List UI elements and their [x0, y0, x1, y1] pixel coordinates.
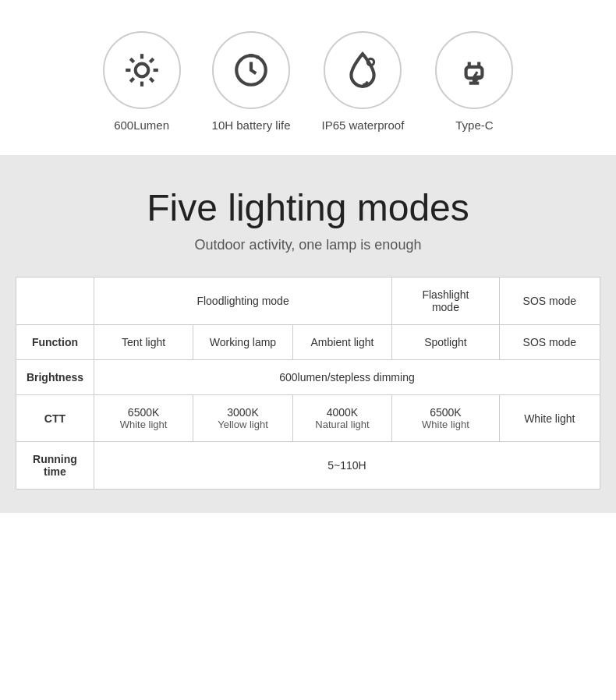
- svg-line-7: [130, 78, 133, 81]
- sos-mode-cell: SOS mode: [499, 325, 600, 360]
- ctt-white-light: White light: [499, 395, 600, 442]
- brightness-value: 600lumen/stepless dimming: [94, 360, 600, 395]
- modes-title: Five lighting modes: [16, 186, 600, 229]
- typec-item: Type-C: [435, 31, 513, 132]
- ctt-4000k-main: 4000K: [299, 406, 385, 419]
- ctt-label: CTT: [16, 395, 94, 442]
- ctt-4000k-sub: Natural light: [299, 419, 385, 430]
- waterproof-circle: [324, 31, 402, 109]
- ctt-3000k-main: 3000K: [200, 406, 285, 419]
- lumen-item: 600Lumen: [103, 31, 181, 132]
- header-sos: SOS mode: [499, 278, 600, 325]
- svg-line-5: [130, 58, 133, 62]
- ctt-3000k-sub: Yellow light: [200, 419, 285, 430]
- ctt-6500k-spotlight: 6500K White light: [392, 395, 499, 442]
- header-flashlight: Flashlightmode: [392, 278, 499, 325]
- spotlight-cell: Spotlight: [392, 325, 499, 360]
- function-row: Function Tent light Working lamp Ambient…: [16, 325, 600, 360]
- svg-line-8: [150, 58, 153, 62]
- ctt-6500k-white-main: 6500K: [101, 406, 186, 419]
- icons-section: 600Lumen 10H battery life IP65 waterproo…: [0, 0, 616, 155]
- brightness-row: Brightness 600lumen/stepless dimming: [16, 360, 600, 395]
- spec-table: Floodlighting mode Flashlightmode SOS mo…: [16, 277, 600, 490]
- battery-item: 10H battery life: [212, 31, 291, 132]
- ctt-white-main: White light: [506, 412, 593, 425]
- table-header-row: Floodlighting mode Flashlightmode SOS mo…: [16, 278, 600, 325]
- typec-label: Type-C: [455, 118, 493, 132]
- ctt-6500k-white: 6500K White light: [94, 395, 193, 442]
- brightness-label: Brightness: [16, 360, 94, 395]
- working-lamp-cell: Working lamp: [193, 325, 292, 360]
- lumen-circle: [103, 31, 181, 109]
- ctt-6500k-white-sub: White light: [101, 419, 186, 430]
- sun-icon: [122, 51, 161, 90]
- ctt-row: CTT 6500K White light 3000K Yellow light…: [16, 395, 600, 442]
- header-floodlighting: Floodlighting mode: [94, 278, 391, 325]
- modes-subtitle: Outdoor activity, one lamp is enough: [16, 237, 600, 253]
- header-empty: [16, 278, 94, 325]
- waterproof-item: IP65 waterproof: [321, 31, 404, 132]
- svg-line-6: [150, 78, 153, 81]
- plug-icon: [455, 51, 494, 90]
- running-time-row: Running time 5~110H: [16, 442, 600, 490]
- svg-point-12: [368, 58, 374, 65]
- running-time-value: 5~110H: [94, 442, 600, 490]
- battery-label: 10H battery life: [212, 118, 291, 132]
- ambient-light-cell: Ambient light: [292, 325, 391, 360]
- modes-section: Five lighting modes Outdoor activity, on…: [0, 155, 616, 513]
- running-time-label: Running time: [16, 442, 94, 490]
- ctt-6500k-spot-main: 6500K: [398, 406, 492, 419]
- ctt-6500k-spot-sub: White light: [398, 419, 492, 430]
- svg-point-0: [135, 64, 148, 77]
- lumen-label: 600Lumen: [114, 118, 169, 132]
- function-label: Function: [16, 325, 94, 360]
- ctt-3000k-yellow: 3000K Yellow light: [193, 395, 292, 442]
- battery-circle: [212, 31, 290, 109]
- typec-circle: [435, 31, 513, 109]
- waterproof-label: IP65 waterproof: [321, 118, 404, 132]
- ctt-4000k-natural: 4000K Natural light: [292, 395, 391, 442]
- clock-icon: [232, 51, 271, 90]
- drop-icon: [343, 51, 382, 90]
- tent-light-cell: Tent light: [94, 325, 193, 360]
